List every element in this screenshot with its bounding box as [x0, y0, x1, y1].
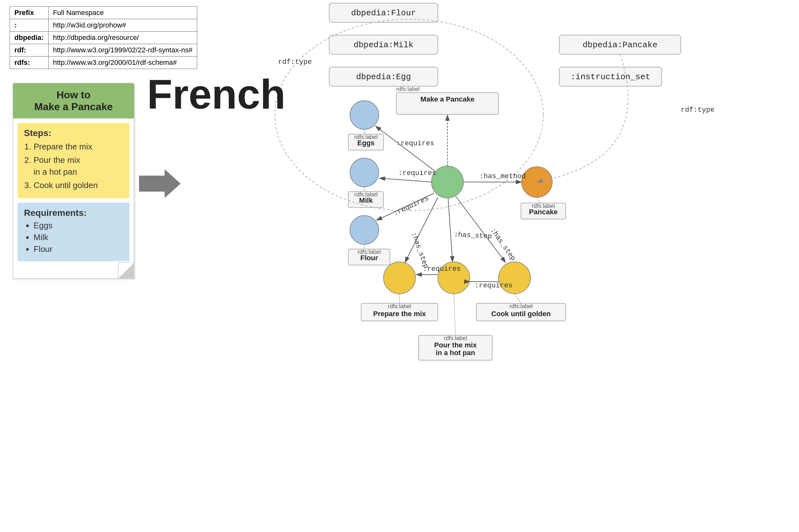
requires-milk-label: :requires [398, 169, 436, 177]
ns-prohow: http://w3id.org/prohow# [48, 19, 197, 32]
step-1: Prepare the mix [34, 141, 123, 152]
pancake-label: Pancake [529, 208, 557, 216]
recipe-steps: Steps: Prepare the mix Pour the mixin a … [18, 123, 129, 198]
right-arrow [139, 169, 181, 198]
prefix-rdf: rdf: [10, 44, 49, 57]
pour-dashed-line [454, 294, 455, 335]
instruction-set-label: :instruction_set [570, 72, 650, 82]
svg-marker-2 [139, 169, 181, 198]
table-header-namespace: Full Namespace [48, 7, 197, 19]
requires-flour-label: :requires [392, 194, 430, 217]
rdfs-label-cook: rdfs:label [509, 303, 532, 309]
ns-dbpedia: http://dbpedia.org/resource/ [48, 32, 197, 44]
reqs-heading: Requirements: [24, 208, 123, 218]
prefix-colon: : [10, 19, 49, 32]
french-heading: French [147, 70, 285, 118]
requires-eggs-label: :requires [396, 139, 434, 148]
milk-circle [350, 158, 379, 187]
recipe-requirements: Requirements: Eggs Milk Flour [18, 203, 129, 261]
step1-node [383, 262, 416, 294]
step-3: Cook until golden [34, 179, 123, 191]
milk-top-label: dbpedia:Milk [353, 40, 413, 50]
pour-label-2: in a hot pan [436, 349, 475, 357]
req-flour: Flour [34, 244, 123, 254]
rdfs-label-make-pancake: rdfs:label [396, 86, 420, 92]
rdf-type-label-2: rdf:type [681, 106, 715, 114]
cook-dashed-line [514, 294, 521, 303]
prefix-rdfs: rdfs: [10, 57, 49, 69]
prepare-label: Prepare the mix [373, 310, 426, 318]
steps-heading: Steps: [24, 128, 123, 138]
rdf-type-label-1: rdf:type [278, 58, 312, 66]
flour-top-label: dbpedia:Flour [351, 8, 416, 18]
has-step2-label: :has_step [454, 231, 492, 241]
pancake-dashed-line [537, 197, 540, 203]
req-milk: Milk [34, 232, 123, 242]
pancake-top-label: dbpedia:Pancake [583, 40, 657, 50]
prefix-dbpedia: dbpedia: [10, 32, 49, 44]
rdfs-label-pour: rdfs:label [443, 335, 467, 341]
has-step3-edge [456, 196, 506, 263]
namespace-table: Prefix Full Namespace : http://w3id.org/… [10, 6, 197, 69]
recipe-title: How to Make a Pancake [13, 83, 134, 118]
requires-step1-label: :requires [423, 265, 461, 273]
cook-label: Cook until golden [491, 310, 551, 318]
recipe-card: How to Make a Pancake Steps: Prepare the… [13, 83, 134, 279]
make-pancake-label-1: Make a Pancake [421, 95, 475, 103]
has-step2-edge [448, 198, 453, 262]
flour-label: Flour [361, 254, 378, 262]
step-2: Pour the mixin a hot pan [34, 154, 123, 177]
milk-label: Milk [359, 196, 373, 204]
eggs-label: Eggs [357, 139, 375, 147]
central-node [432, 166, 464, 198]
pour-label-1: Pour the mix [434, 341, 477, 349]
rdfs-label-prepare: rdfs:label [388, 303, 411, 309]
has-method-label: :has_method [479, 172, 526, 180]
ns-rdfs: http://www.w3.org/2000/01/rdf-schema# [48, 57, 197, 69]
has-step1-label: :has_step [410, 231, 430, 269]
eggs-circle [350, 100, 379, 129]
ns-rdf: http://www.w3.org/1999/02/22-rdf-syntax-… [48, 44, 197, 57]
egg-top-label: dbpedia:Egg [356, 72, 411, 82]
flour-circle [350, 215, 379, 244]
table-header-prefix: Prefix [10, 7, 49, 19]
requires-milk-edge [379, 178, 432, 182]
req-eggs: Eggs [34, 221, 123, 231]
requires-step3-label: :requires [475, 282, 513, 290]
has-step3-label: :has_step [489, 227, 517, 263]
requires-eggs-edge [376, 126, 435, 171]
